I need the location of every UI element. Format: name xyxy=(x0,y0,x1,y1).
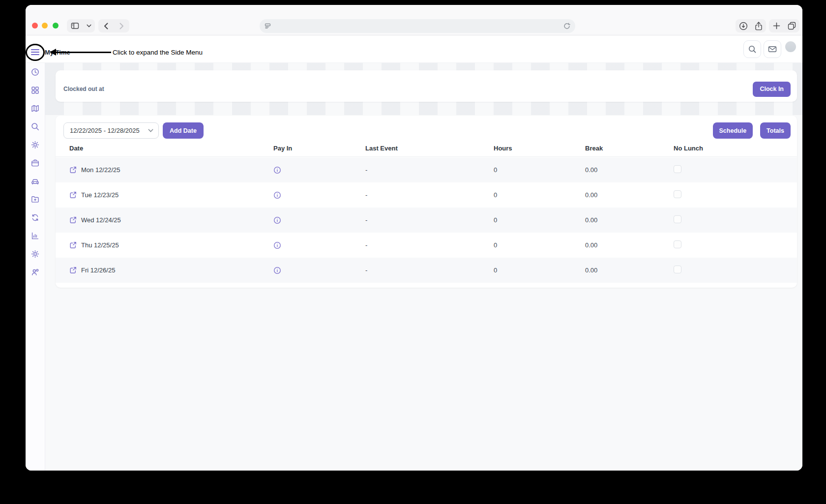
settings-gear-icon[interactable] xyxy=(31,141,39,149)
pay-in-info-icon[interactable] xyxy=(273,216,281,224)
close-window-button[interactable] xyxy=(32,23,38,29)
toolbar-actions-1 xyxy=(736,19,766,32)
table-row: Fri 12/26/25 - 0 0.00 xyxy=(56,258,797,283)
totals-button[interactable]: Totals xyxy=(760,122,791,139)
date-range-select[interactable]: 12/22/2025 - 12/28/2025 xyxy=(63,122,159,139)
minimize-window-button[interactable] xyxy=(42,23,48,29)
column-header-date: Date xyxy=(69,145,273,152)
clock-in-button[interactable]: Clock In xyxy=(753,82,791,97)
wallet-icon[interactable] xyxy=(31,159,39,167)
browser-toolbar xyxy=(26,5,802,35)
vehicle-icon[interactable] xyxy=(31,177,39,185)
no-lunch-checkbox[interactable] xyxy=(674,266,681,273)
annotation-label: Click to expand the Side Menu xyxy=(113,49,203,56)
map-icon[interactable] xyxy=(31,104,39,113)
sidebar-toggle-icon xyxy=(71,22,79,30)
add-date-button[interactable]: Add Date xyxy=(163,122,204,139)
no-lunch-checkbox[interactable] xyxy=(674,190,681,198)
pay-in-info-icon[interactable] xyxy=(273,267,281,274)
timesheet-controls: 12/22/2025 - 12/28/2025 Add Date Schedul… xyxy=(63,122,791,139)
last-event-value: - xyxy=(365,216,494,224)
settings-gear-icon-2[interactable] xyxy=(31,250,39,258)
reload-icon[interactable] xyxy=(563,23,570,30)
dashboard-grid-icon[interactable] xyxy=(31,86,39,94)
date-label: Tue 12/23/25 xyxy=(81,191,118,199)
main-content: Clocked out at Clock In 12/22/2025 - 12/… xyxy=(45,63,802,471)
pay-in-info-icon[interactable] xyxy=(273,166,281,174)
open-date-icon[interactable] xyxy=(69,267,77,274)
chevron-down-icon xyxy=(87,24,91,28)
break-value: 0.00 xyxy=(585,267,674,274)
forward-icon[interactable] xyxy=(119,23,124,30)
search-button[interactable] xyxy=(743,40,761,58)
date-label: Mon 12/22/25 xyxy=(81,166,120,174)
last-event-value: - xyxy=(365,191,494,199)
table-row: Tue 12/23/25 - 0 0.00 xyxy=(56,182,797,208)
sync-icon[interactable] xyxy=(31,213,39,222)
zoom-window-button[interactable] xyxy=(53,23,59,29)
clock-icon[interactable] xyxy=(31,68,39,76)
break-value: 0.00 xyxy=(585,241,674,249)
column-header-break: Break xyxy=(585,145,674,152)
break-value: 0.00 xyxy=(585,166,674,174)
pay-in-info-icon[interactable] xyxy=(273,241,281,249)
table-row: Wed 12/24/25 - 0 0.00 xyxy=(56,208,797,233)
open-date-icon[interactable] xyxy=(69,166,77,174)
break-value: 0.00 xyxy=(585,216,674,224)
date-range-value: 12/22/2025 - 12/28/2025 xyxy=(70,127,140,134)
column-header-no-lunch: No Lunch xyxy=(674,145,791,152)
search-icon[interactable] xyxy=(31,122,39,131)
mail-button[interactable] xyxy=(764,40,781,58)
side-nav: v3.8.0 xyxy=(26,63,45,471)
nav-buttons xyxy=(98,19,129,32)
date-label: Wed 12/24/25 xyxy=(81,216,121,224)
open-date-icon[interactable] xyxy=(69,216,77,224)
last-event-value: - xyxy=(365,241,494,249)
no-lunch-checkbox[interactable] xyxy=(674,215,681,223)
schedule-button[interactable]: Schedule xyxy=(713,122,753,139)
bar-chart-icon[interactable] xyxy=(31,232,39,240)
last-event-value: - xyxy=(365,267,494,274)
people-icon[interactable] xyxy=(31,268,39,276)
hours-value: 0 xyxy=(494,241,585,249)
browser-window: My Time Click to expand the Side Menu xyxy=(26,5,802,471)
column-header-pay-in: Pay In xyxy=(273,145,365,152)
pay-in-info-icon[interactable] xyxy=(273,191,281,199)
hours-value: 0 xyxy=(494,216,585,224)
page-icon xyxy=(265,23,271,29)
back-icon[interactable] xyxy=(104,23,108,30)
download-icon[interactable] xyxy=(739,22,748,30)
folder-add-icon[interactable] xyxy=(31,195,39,204)
break-value: 0.00 xyxy=(585,191,674,199)
table-body: Mon 12/22/25 - 0 0.00 Tue 12/23/25 - 0 0… xyxy=(56,157,797,283)
table-row: Thu 12/25/25 - 0 0.00 xyxy=(56,233,797,258)
open-date-icon[interactable] xyxy=(69,241,77,249)
avatar[interactable] xyxy=(785,41,796,52)
browser-sidebar-toggle[interactable] xyxy=(67,19,95,32)
no-lunch-checkbox[interactable] xyxy=(674,240,681,248)
annotation-arrow-line xyxy=(55,52,111,53)
date-label: Thu 12/25/25 xyxy=(81,241,119,249)
table-row: Mon 12/22/25 - 0 0.00 xyxy=(56,157,797,182)
clock-status-card: Clocked out at Clock In xyxy=(56,70,797,102)
date-label: Fri 12/26/25 xyxy=(81,267,115,274)
share-icon[interactable] xyxy=(755,22,763,30)
table-header: Date Pay In Last Event Hours Break No Lu… xyxy=(56,140,797,157)
new-tab-icon[interactable] xyxy=(773,22,780,30)
search-icon xyxy=(748,45,756,53)
tabs-overview-icon[interactable] xyxy=(788,22,796,30)
hamburger-menu-icon[interactable] xyxy=(31,49,39,55)
chevron-down-icon xyxy=(148,129,153,132)
timesheet-card: 12/22/2025 - 12/28/2025 Add Date Schedul… xyxy=(56,116,797,288)
no-lunch-checkbox[interactable] xyxy=(674,165,681,173)
toolbar-actions-2 xyxy=(769,19,799,32)
column-header-hours: Hours xyxy=(494,145,585,152)
app-header: My Time Click to expand the Side Menu xyxy=(26,35,802,63)
hours-value: 0 xyxy=(494,166,585,174)
mail-icon xyxy=(768,45,777,53)
hours-value: 0 xyxy=(494,191,585,199)
hours-value: 0 xyxy=(494,267,585,274)
clock-status-text: Clocked out at xyxy=(63,86,104,92)
open-date-icon[interactable] xyxy=(69,191,77,199)
address-bar[interactable] xyxy=(260,19,575,33)
